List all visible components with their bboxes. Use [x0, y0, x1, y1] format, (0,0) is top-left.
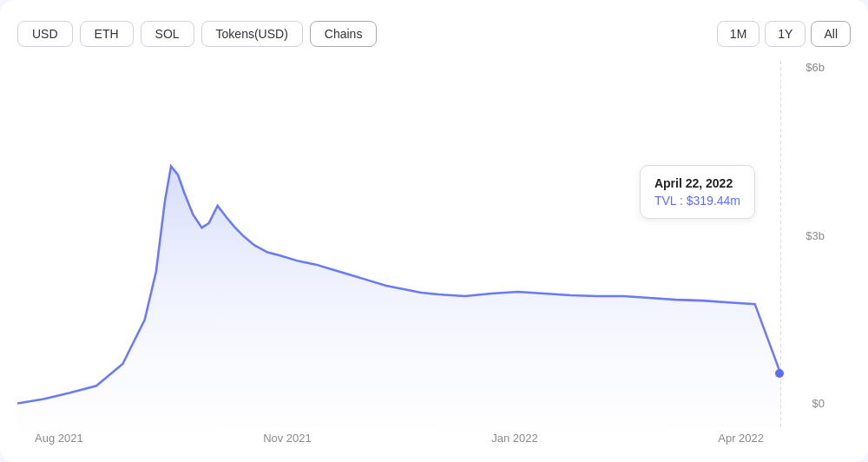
chart-tooltip: April 22, 2022 TVL : $319.44m [640, 165, 755, 219]
filter-eth-button[interactable]: ETH [80, 21, 134, 47]
chart-dot [775, 369, 784, 378]
chart-area: $6b $3b $0 Aug 2021 Nov 2021 Jan 2022 Ap… [17, 61, 851, 445]
main-container: USD ETH SOL Tokens(USD) Chains 1M 1Y All [0, 0, 868, 462]
y-axis: $6b $3b $0 [781, 61, 825, 410]
x-axis: Aug 2021 Nov 2021 Jan 2022 Apr 2022 [17, 432, 781, 445]
time-1y-button[interactable]: 1Y [765, 21, 806, 47]
x-label-nov: Nov 2021 [263, 432, 312, 445]
chart-svg [17, 61, 781, 430]
y-label-3b: $3b [806, 229, 825, 242]
tooltip-date: April 22, 2022 [654, 176, 740, 190]
y-label-0: $0 [812, 397, 825, 410]
filter-chains-button[interactable]: Chains [310, 21, 378, 47]
time-range-group: 1M 1Y All [717, 21, 851, 47]
toolbar: USD ETH SOL Tokens(USD) Chains 1M 1Y All [17, 21, 851, 47]
x-label-aug: Aug 2021 [35, 432, 83, 445]
time-all-button[interactable]: All [811, 21, 851, 47]
y-label-6b: $6b [806, 61, 825, 74]
x-label-apr: Apr 2022 [718, 432, 764, 445]
tooltip-tvl: TVL : $319.44m [654, 194, 740, 208]
time-1m-button[interactable]: 1M [717, 21, 760, 47]
filter-group: USD ETH SOL Tokens(USD) Chains [17, 21, 377, 47]
filter-tokens-button[interactable]: Tokens(USD) [201, 21, 303, 47]
filter-sol-button[interactable]: SOL [141, 21, 194, 47]
x-label-jan: Jan 2022 [491, 432, 538, 445]
filter-usd-button[interactable]: USD [17, 21, 73, 47]
